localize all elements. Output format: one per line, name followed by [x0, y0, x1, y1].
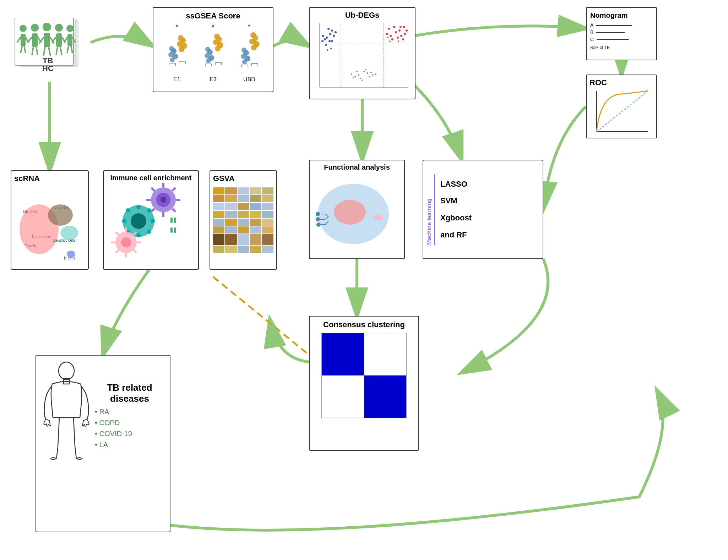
svg-rect-50 — [169, 63, 169, 66]
svg-point-47 — [178, 35, 184, 41]
ssgsea-box: ssGSEA Score * — [153, 7, 273, 92]
svg-rect-80 — [241, 65, 248, 65]
svg-point-163 — [131, 213, 146, 229]
svg-point-110 — [327, 28, 330, 30]
svg-line-156 — [172, 209, 175, 212]
svg-point-24 — [55, 24, 63, 32]
svg-point-105 — [375, 73, 376, 75]
svg-point-94 — [354, 76, 356, 77]
svg-point-171 — [136, 233, 141, 237]
svg-point-108 — [324, 38, 326, 40]
people-box: TB HC — [11, 11, 89, 82]
svg-rect-137 — [590, 87, 652, 137]
e3-group: * E3 — [201, 23, 226, 83]
volcano-plot — [313, 22, 412, 93]
svg-point-170 — [136, 205, 141, 209]
svg-point-121 — [395, 31, 397, 33]
svg-rect-13 — [32, 33, 38, 47]
svg-point-187 — [334, 200, 366, 225]
svg-point-6 — [20, 25, 27, 32]
svg-text:monocytes: monocytes — [51, 205, 69, 209]
svg-point-101 — [356, 71, 358, 72]
svg-line-2 — [213, 277, 309, 355]
svg-point-125 — [404, 33, 406, 35]
svg-rect-64 — [205, 64, 212, 64]
ml-vertical-label: Machine learning — [426, 174, 435, 245]
e1-group: * E1 — [164, 23, 189, 83]
svg-rect-81 — [251, 63, 258, 64]
matrix-cell-1 — [322, 333, 364, 375]
nomogram-b: B — [590, 29, 593, 35]
scrna-title: scRNA — [14, 174, 85, 183]
svg-rect-182 — [170, 218, 173, 223]
immune-box: Immune cell enrichment — [103, 170, 199, 270]
ml-content: LASSO SVM Xgboost and RF — [440, 177, 472, 242]
svg-rect-19 — [44, 33, 50, 47]
svg-point-112 — [333, 35, 335, 37]
ml-lasso: LASSO — [440, 177, 472, 191]
svg-point-130 — [386, 33, 388, 35]
svg-point-104 — [353, 77, 354, 78]
svg-point-117 — [335, 31, 337, 33]
svg-point-161 — [161, 197, 166, 203]
functional-title: Functional analysis — [313, 163, 401, 171]
svg-point-164 — [126, 208, 130, 213]
svg-point-197 — [59, 362, 74, 380]
scrna-plot: NK cells monocytes Neutrophils T cells D… — [14, 183, 85, 265]
svg-point-115 — [331, 40, 333, 42]
svg-line-177 — [134, 250, 136, 253]
svg-point-126 — [391, 38, 393, 40]
svg-point-98 — [351, 73, 352, 75]
svg-rect-31 — [67, 34, 72, 46]
svg-rect-48 — [169, 63, 176, 64]
nomogram-a: A — [590, 22, 593, 28]
svg-point-93 — [363, 71, 365, 72]
ml-rf: and RF — [440, 228, 472, 242]
svg-point-96 — [360, 78, 361, 79]
e1-star: * — [175, 23, 178, 31]
svg-point-128 — [393, 26, 395, 28]
svg-text:B cells: B cells — [64, 256, 76, 260]
ubdegs-title: Ub-DEGs — [313, 11, 412, 20]
ml-svm: SVM — [440, 194, 472, 208]
svg-point-173 — [121, 237, 131, 247]
svg-point-165 — [147, 208, 151, 213]
svg-rect-66 — [205, 64, 206, 66]
svg-point-107 — [329, 33, 331, 35]
svg-rect-84 — [251, 63, 252, 66]
svg-point-124 — [400, 35, 402, 37]
svg-rect-184 — [170, 227, 173, 233]
svg-rect-83 — [248, 65, 248, 67]
svg-point-143 — [60, 226, 78, 240]
consensus-matrix — [321, 333, 407, 418]
svg-point-119 — [330, 48, 332, 49]
tb-diseases-box: TB relateddiseases RA COPD COVID-19 LA — [36, 355, 170, 532]
svg-point-30 — [66, 25, 74, 32]
svg-point-97 — [369, 76, 370, 77]
svg-point-134 — [406, 29, 408, 32]
svg-rect-67 — [211, 64, 212, 66]
gsva-heatmap — [213, 187, 273, 253]
ubd-label: UBD — [243, 76, 255, 83]
svg-rect-85 — [257, 63, 258, 66]
functional-diagram — [313, 171, 401, 246]
roc-box: ROC — [586, 75, 657, 138]
nomogram-line-c — [597, 39, 629, 40]
svg-point-131 — [400, 26, 402, 28]
svg-point-123 — [398, 29, 401, 32]
gsva-box: GSVA — [210, 170, 277, 270]
svg-text:HC: HC — [42, 64, 54, 73]
nomogram-c: C — [590, 37, 594, 42]
svg-point-79 — [250, 32, 256, 38]
matrix-cell-3 — [322, 375, 364, 418]
svg-point-116 — [321, 40, 324, 42]
svg-point-122 — [388, 28, 390, 30]
svg-point-102 — [365, 69, 366, 70]
svg-point-12 — [31, 24, 39, 32]
ml-xgboost: Xgboost — [440, 211, 472, 225]
svg-point-167 — [151, 219, 155, 223]
e1-dots — [164, 32, 189, 74]
nomogram-risk-label: Risk of TB — [590, 45, 653, 50]
people-icon: TB HC — [14, 18, 85, 75]
svg-point-169 — [147, 230, 151, 234]
